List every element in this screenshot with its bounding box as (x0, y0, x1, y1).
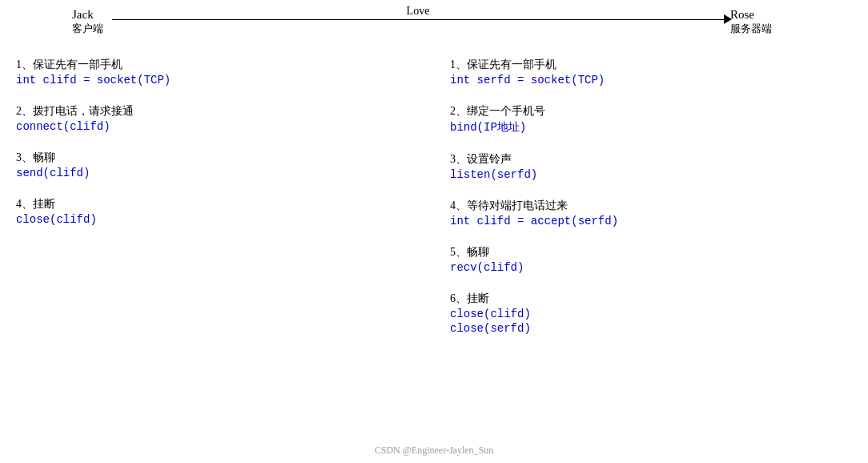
right-step-2-title: 2、绑定一个手机号 (450, 104, 868, 119)
left-step-1-title: 1、保证先有一部手机 (16, 58, 434, 72)
right-step-3: 3、设置铃声listen(serfd) (450, 152, 868, 181)
right-step-4-code: int clifd = accept(serfd) (450, 215, 868, 227)
right-step-6-code-1: close(serfd) (450, 322, 868, 335)
left-step-3: 3、畅聊send(clifd) (16, 151, 434, 179)
right-step-3-title: 3、设置铃声 (450, 152, 868, 167)
right-step-2: 2、绑定一个手机号bind(IP地址) (450, 104, 868, 135)
left-step-4-title: 4、挂断 (16, 197, 434, 211)
right-step-6: 6、挂断close(clifd)close(serfd) (450, 292, 868, 335)
watermark: CSDN @Engineer-Jaylen_Sun (375, 445, 493, 457)
right-step-6-code-0: close(clifd) (450, 308, 868, 320)
jack-name: Jack (72, 8, 103, 22)
left-column: 1、保证先有一部手机int clifd = socket(TCP)2、拨打电话，… (0, 58, 434, 439)
left-step-4-code: close(clifd) (16, 213, 434, 226)
left-step-1: 1、保证先有一部手机int clifd = socket(TCP) (16, 58, 434, 87)
left-step-2-code: connect(clifd) (16, 120, 434, 133)
jack-sublabel: 客户端 (72, 22, 103, 36)
arrow-line: Love (112, 19, 724, 20)
rose-sublabel: 服务器端 (730, 22, 772, 36)
right-step-5-code: recv(clifd) (450, 261, 868, 274)
right-step-4: 4、等待对端打电话过来int clifd = accept(serfd) (450, 199, 868, 227)
rose-label: Rose 服务器端 (730, 8, 772, 36)
content-area: 1、保证先有一部手机int clifd = socket(TCP)2、拨打电话，… (0, 58, 868, 439)
right-step-1: 1、保证先有一部手机int serfd = socket(TCP) (450, 58, 868, 87)
right-step-6-title: 6、挂断 (450, 292, 868, 306)
love-arrow: Love (112, 14, 732, 24)
header-row: Jack 客户端 Love Rose 服务器端 (16, 8, 852, 60)
left-step-1-code: int clifd = socket(TCP) (16, 74, 434, 87)
right-step-4-title: 4、等待对端打电话过来 (450, 199, 868, 213)
right-step-5-title: 5、畅聊 (450, 245, 868, 260)
arrow-label: Love (407, 5, 430, 18)
diagram: Jack 客户端 Love Rose 服务器端 1、保证先有一部手机int cl… (0, 0, 868, 463)
rose-name: Rose (730, 8, 772, 22)
right-step-2-code: bind(IP地址) (450, 120, 868, 135)
right-step-3-code: listen(serfd) (450, 168, 868, 181)
left-step-3-code: send(clifd) (16, 167, 434, 179)
left-step-4: 4、挂断close(clifd) (16, 197, 434, 226)
right-step-1-title: 1、保证先有一部手机 (450, 58, 868, 72)
right-step-5: 5、畅聊recv(clifd) (450, 245, 868, 274)
jack-label: Jack 客户端 (72, 8, 103, 36)
left-step-2-title: 2、拨打电话，请求接通 (16, 104, 434, 119)
right-step-1-code: int serfd = socket(TCP) (450, 74, 868, 87)
right-column: 1、保证先有一部手机int serfd = socket(TCP)2、绑定一个手… (434, 58, 868, 439)
left-step-3-title: 3、畅聊 (16, 151, 434, 165)
left-step-2: 2、拨打电话，请求接通connect(clifd) (16, 104, 434, 133)
